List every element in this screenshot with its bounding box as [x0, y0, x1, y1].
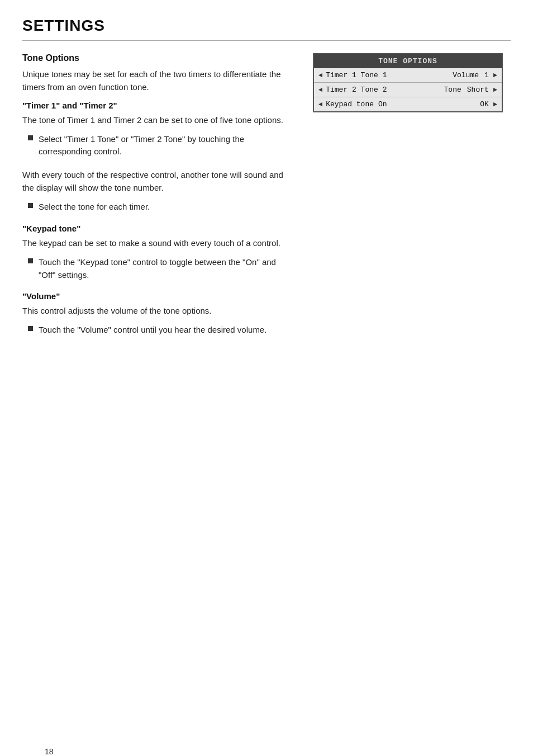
bullet-item: Touch the "Volume" control until you hea…: [22, 324, 291, 337]
page-number: 18: [45, 747, 54, 756]
bullet-text: Touch the "Volume" control until you hea…: [39, 324, 266, 337]
right-column: TONE OPTIONS ◄ Timer 1 Tone 1 Volume 1 ►: [313, 53, 503, 112]
volume-heading: "Volume": [22, 291, 291, 301]
timer1-value: 1: [383, 71, 387, 79]
timer2-param-label: Tone: [444, 86, 461, 94]
bullet-icon: [28, 258, 33, 263]
content-area: Tone Options Unique tones may be set for…: [22, 53, 511, 347]
bullet-icon: [28, 135, 33, 140]
touch-body: With every touch of the respective contr…: [22, 168, 291, 195]
right-arrow-timer2: ►: [493, 86, 497, 94]
right-arrow-keypad: ►: [493, 101, 497, 108]
keypad-subsection: "Keypad tone" The keypad can be set to m…: [22, 224, 291, 281]
page-wrapper: SETTINGS Tone Options Unique tones may b…: [22, 17, 511, 756]
tone-row-left-timer1: ◄ Timer 1 Tone 1: [318, 71, 397, 79]
timer2-param-value: Short: [467, 86, 489, 94]
timer-heading: "Timer 1" and "Timer 2": [22, 101, 291, 110]
timer1-param-value: 1: [484, 71, 489, 79]
timer-subsection: "Timer 1" and "Timer 2" The tone of Time…: [22, 101, 291, 158]
tone-row-right-keypad: OK ►: [474, 100, 497, 108]
tone-row-right-timer2: Tone Short ►: [444, 86, 497, 94]
bullet-text: Select the tone for each timer.: [39, 201, 150, 214]
left-column: Tone Options Unique tones may be set for…: [22, 53, 291, 347]
bullet-icon: [28, 203, 33, 208]
timer-body: The tone of Timer 1 and Timer 2 can be s…: [22, 114, 291, 126]
tone-row-right-timer1: Volume 1 ►: [453, 71, 497, 79]
left-arrow-timer2: ◄: [318, 86, 322, 94]
keypad-ok-value: OK: [480, 100, 489, 108]
left-arrow-keypad: ◄: [318, 101, 322, 108]
tone-row-keypad[interactable]: ◄ Keypad tone On OK ►: [314, 97, 502, 111]
tone-row-timer1[interactable]: ◄ Timer 1 Tone 1 Volume 1 ►: [314, 68, 502, 83]
tone-options-panel: TONE OPTIONS ◄ Timer 1 Tone 1 Volume 1 ►: [313, 53, 503, 112]
keypad-label: Keypad tone: [326, 100, 374, 108]
right-arrow-timer1: ►: [493, 72, 497, 79]
keypad-body: The keypad can be set to make a sound wi…: [22, 237, 291, 249]
timer1-label: Timer 1 Tone: [326, 71, 378, 79]
tone-row-timer2[interactable]: ◄ Timer 2 Tone 2 Tone Short ►: [314, 83, 502, 97]
bullet-item: Touch the "Keypad tone" control to toggl…: [22, 256, 291, 281]
timer1-param-label: Volume: [453, 71, 479, 79]
timer2-value: 2: [383, 86, 387, 94]
title-divider: [22, 40, 511, 41]
volume-subsection: "Volume" This control adjusts the volume…: [22, 291, 291, 337]
touch-subsection: With every touch of the respective contr…: [22, 168, 291, 214]
bullet-item: Select "Timer 1 Tone" or "Timer 2 Tone" …: [22, 133, 291, 158]
keypad-value: On: [378, 100, 387, 108]
bullet-icon: [28, 326, 33, 331]
timer2-label: Timer 2 Tone: [326, 86, 378, 94]
left-arrow-timer1: ◄: [318, 72, 322, 79]
keypad-heading: "Keypad tone": [22, 224, 291, 233]
bullet-item: Select the tone for each timer.: [22, 201, 291, 214]
intro-text: Unique tones may be set for each of the …: [22, 68, 291, 94]
bullet-text: Select "Timer 1 Tone" or "Timer 2 Tone" …: [39, 133, 291, 158]
tone-options-header: TONE OPTIONS: [314, 54, 502, 68]
bullet-text: Touch the "Keypad tone" control to toggl…: [39, 256, 291, 281]
volume-body: This control adjusts the volume of the t…: [22, 304, 291, 317]
tone-row-left-timer2: ◄ Timer 2 Tone 2: [318, 86, 397, 94]
page-title: SETTINGS: [22, 17, 511, 35]
tone-row-left-keypad: ◄ Keypad tone On: [318, 100, 397, 108]
section-heading: Tone Options: [22, 53, 291, 63]
